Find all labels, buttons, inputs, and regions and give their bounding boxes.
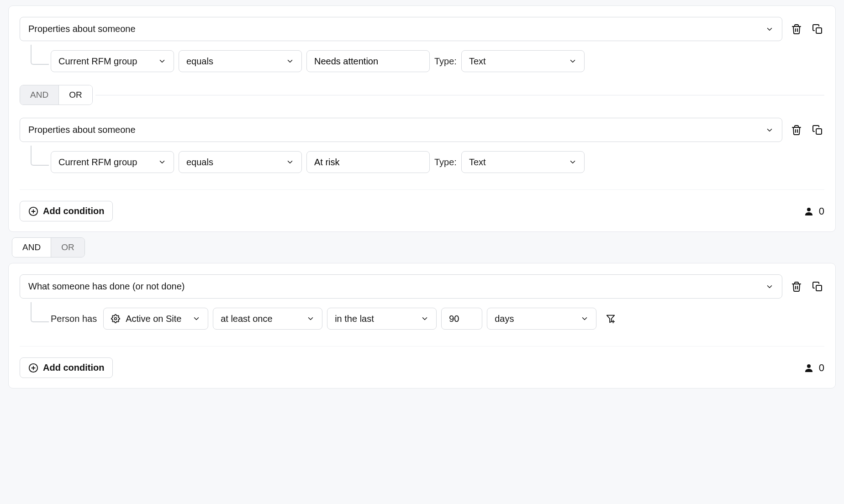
gear-icon xyxy=(111,314,120,323)
operator-dropdown[interactable]: equals xyxy=(179,50,302,72)
property-field-dropdown[interactable]: Current RFM group xyxy=(51,151,174,173)
add-condition-button[interactable]: Add condition xyxy=(20,357,113,378)
filter-plus-icon xyxy=(606,314,616,324)
timeframe-label: in the last xyxy=(335,314,374,324)
chevron-down-icon xyxy=(286,57,294,65)
delete-condition-button[interactable] xyxy=(790,280,803,294)
chevron-down-icon xyxy=(192,315,200,323)
type-dropdown[interactable]: Text xyxy=(461,151,585,173)
duplicate-condition-button[interactable] xyxy=(811,22,824,36)
condition-type-dropdown[interactable]: What someone has done (or not done) xyxy=(20,274,782,299)
tree-connector xyxy=(31,302,49,322)
event-label-wrap: Active on Site xyxy=(111,314,181,324)
or-toggle-button[interactable]: OR xyxy=(51,238,84,257)
operator-label: equals xyxy=(186,157,213,168)
trash-icon xyxy=(791,24,802,35)
add-condition-button[interactable]: Add condition xyxy=(20,201,113,221)
condition-group: What someone has done (or not done) Pers… xyxy=(8,263,836,388)
condition-type-label: Properties about someone xyxy=(28,24,136,34)
timeframe-number-input[interactable] xyxy=(441,308,482,330)
plus-circle-icon xyxy=(28,206,38,216)
condition-header-row: Properties about someone xyxy=(20,118,824,142)
or-toggle-button[interactable]: OR xyxy=(58,85,92,105)
chevron-down-icon xyxy=(765,283,774,291)
event-label: Active on Site xyxy=(126,314,181,324)
frequency-dropdown[interactable]: at least once xyxy=(213,308,322,330)
time-unit-dropdown[interactable]: days xyxy=(487,308,596,330)
time-unit-label: days xyxy=(495,314,514,324)
value-input[interactable] xyxy=(306,151,430,173)
svg-rect-0 xyxy=(816,28,822,33)
condition-detail-row: Person has Active on Site at least once … xyxy=(20,308,824,330)
chevron-down-icon xyxy=(765,25,774,33)
match-count-value: 0 xyxy=(819,205,824,217)
frequency-label: at least once xyxy=(221,314,272,324)
type-label: Type: xyxy=(434,56,457,67)
copy-icon xyxy=(812,281,823,292)
chevron-down-icon xyxy=(306,315,315,323)
add-condition-label: Add condition xyxy=(43,206,104,216)
operator-dropdown[interactable]: equals xyxy=(179,151,302,173)
svg-point-5 xyxy=(807,208,811,211)
chevron-down-icon xyxy=(765,126,774,134)
match-count: 0 xyxy=(803,205,824,217)
chevron-down-icon xyxy=(286,158,294,166)
operator-label: equals xyxy=(186,56,213,67)
svg-rect-1 xyxy=(816,129,822,134)
condition-detail-row: Current RFM group equals Type: Text xyxy=(20,151,824,173)
add-condition-label: Add condition xyxy=(43,362,104,373)
match-count-value: 0 xyxy=(819,362,824,374)
property-field-label: Current RFM group xyxy=(58,56,137,67)
condition-header-row: What someone has done (or not done) xyxy=(20,274,824,299)
person-icon xyxy=(803,362,814,373)
chevron-down-icon xyxy=(421,315,429,323)
condition-type-label: Properties about someone xyxy=(28,125,136,135)
svg-point-14 xyxy=(807,364,811,368)
value-input[interactable] xyxy=(306,50,430,72)
and-toggle-button[interactable]: AND xyxy=(12,238,51,257)
chevron-down-icon xyxy=(158,57,166,65)
chevron-down-icon xyxy=(569,158,577,166)
inner-logic-toggle: AND OR xyxy=(20,85,93,105)
tree-connector xyxy=(31,146,49,166)
delete-condition-button[interactable] xyxy=(790,22,803,36)
condition-type-dropdown[interactable]: Properties about someone xyxy=(20,118,782,142)
duplicate-condition-button[interactable] xyxy=(811,123,824,137)
property-field-label: Current RFM group xyxy=(58,157,137,168)
person-icon xyxy=(803,206,814,217)
condition-type-dropdown[interactable]: Properties about someone xyxy=(20,17,782,41)
condition-group: Properties about someone Current RFM gro… xyxy=(8,5,836,232)
condition-detail-row: Current RFM group equals Type: Text xyxy=(20,50,824,72)
type-value-label: Text xyxy=(469,157,486,168)
type-value-label: Text xyxy=(469,56,486,67)
delete-condition-button[interactable] xyxy=(790,123,803,137)
type-label: Type: xyxy=(434,157,457,168)
chevron-down-icon xyxy=(569,57,577,65)
trash-icon xyxy=(791,281,802,292)
plus-circle-icon xyxy=(28,363,38,373)
group-footer: Add condition 0 xyxy=(20,189,824,221)
person-has-label: Person has xyxy=(51,314,97,324)
condition-type-label: What someone has done (or not done) xyxy=(28,281,185,292)
type-dropdown[interactable]: Text xyxy=(461,50,585,72)
event-dropdown[interactable]: Active on Site xyxy=(103,308,208,330)
and-toggle-button[interactable]: AND xyxy=(20,85,58,105)
filter-button[interactable] xyxy=(604,312,617,326)
condition-header-row: Properties about someone xyxy=(20,17,824,41)
match-count: 0 xyxy=(803,362,824,374)
outer-logic-toggle: AND OR xyxy=(12,237,85,257)
svg-point-7 xyxy=(115,318,117,320)
timeframe-dropdown[interactable]: in the last xyxy=(327,308,437,330)
svg-rect-6 xyxy=(816,285,822,291)
group-footer: Add condition 0 xyxy=(20,346,824,378)
copy-icon xyxy=(812,125,823,136)
property-field-dropdown[interactable]: Current RFM group xyxy=(51,50,174,72)
tree-connector xyxy=(31,45,49,65)
trash-icon xyxy=(791,125,802,136)
duplicate-condition-button[interactable] xyxy=(811,280,824,294)
chevron-down-icon xyxy=(158,158,166,166)
divider-line xyxy=(95,95,824,95)
outer-logic-row: AND OR xyxy=(12,237,836,257)
chevron-down-icon xyxy=(580,315,589,323)
copy-icon xyxy=(812,24,823,35)
